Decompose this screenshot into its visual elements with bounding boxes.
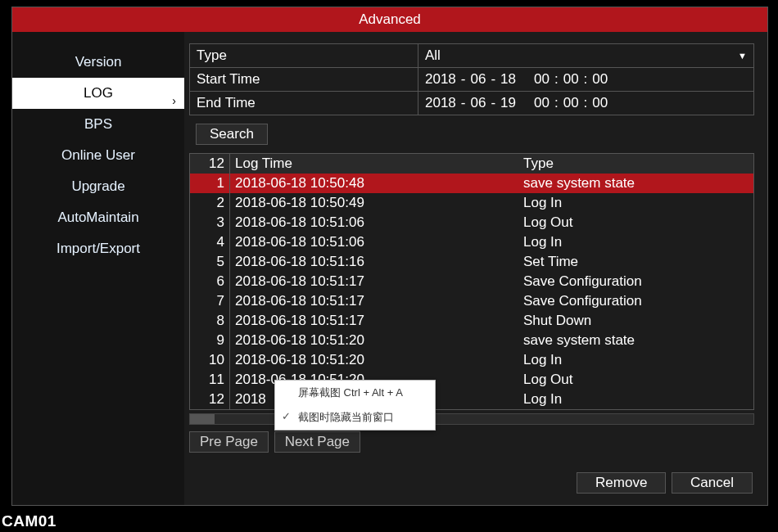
sidebar-item-version[interactable]: Version [12, 47, 184, 78]
log-row-index: 8 [190, 311, 230, 331]
log-count-header: 12 [190, 154, 230, 174]
sidebar-item-label: Online User [61, 147, 135, 163]
sidebar-item-label: Upgrade [71, 178, 124, 194]
log-row[interactable]: 32018-06-18 10:51:06Log Out [190, 213, 753, 232]
log-row[interactable]: 62018-06-18 10:51:17Save Configuration [190, 272, 753, 291]
cancel-button[interactable]: Cancel [672, 472, 753, 494]
log-row[interactable]: 22018-06-18 10:50:49Log In [190, 193, 753, 213]
log-row-time: 2018-06-18 10:51:06 [230, 213, 519, 232]
dropdown-caret-icon: ▼ [738, 51, 747, 61]
sidebar-item-label: LOG [84, 85, 113, 101]
next-page-button[interactable]: Next Page [274, 431, 360, 453]
log-row-type: Shut Down [518, 311, 753, 331]
log-row-time: 2018-06-18 10:51:17 [230, 311, 519, 331]
sidebar-item-label: Version [75, 54, 122, 70]
log-row[interactable]: 92018-06-18 10:51:20save system state [190, 331, 753, 350]
log-row-index: 12 [190, 390, 230, 409]
log-row[interactable]: 102018-06-18 10:51:20Log In [190, 350, 753, 370]
search-button[interactable]: Search [196, 124, 268, 145]
log-type-header: Type [518, 154, 753, 174]
end-time-value[interactable]: 2018 - 06 - 19 00 : 00 : 00 [418, 92, 754, 115]
log-row[interactable]: 42018-06-18 10:51:06Log In [190, 232, 753, 252]
check-icon: ✓ [282, 410, 291, 422]
context-menu-popup[interactable]: 屏幕截图 Ctrl + Alt + A ✓ 截图时隐藏当前窗口 [274, 380, 436, 431]
sidebar-item-bps[interactable]: BPS [12, 109, 184, 140]
log-row-type: Log In [518, 232, 753, 252]
log-row-index: 10 [190, 350, 230, 370]
log-row-index: 6 [190, 272, 230, 291]
remove-button[interactable]: Remove [577, 472, 666, 494]
log-time-header: Log Time [230, 154, 519, 174]
log-table: 12 Log Time Type 12018-06-18 10:50:48sav… [190, 154, 753, 409]
log-row-index: 7 [190, 291, 230, 311]
popup-screenshot-shortcut[interactable]: 屏幕截图 Ctrl + Alt + A [275, 381, 435, 405]
log-row-index: 9 [190, 331, 230, 350]
window-title: Advanced [12, 7, 767, 32]
log-row-time: 2018-06-18 10:51:20 [230, 331, 519, 350]
log-row-type: save system state [518, 331, 753, 350]
type-select[interactable]: All ▼ [418, 44, 754, 68]
scrollbar-thumb[interactable] [190, 414, 215, 424]
footer-buttons: Remove Cancel [577, 472, 754, 494]
log-row-index: 3 [190, 213, 230, 232]
log-table-wrap: 12 Log Time Type 12018-06-18 10:50:48sav… [189, 153, 754, 410]
log-row-type: Set Time [518, 252, 753, 272]
log-row[interactable]: 72018-06-18 10:51:17Save Configuration [190, 291, 753, 311]
camera-label: CAM01 [2, 512, 57, 530]
log-row-time: 2018-06-18 10:51:06 [230, 232, 519, 252]
pagination: Pre Page Next Page [189, 431, 754, 453]
type-label: Type [190, 44, 418, 68]
log-row-index: 5 [190, 252, 230, 272]
sidebar-item-label: BPS [84, 116, 112, 132]
log-row-time: 2018-06-18 10:51:16 [230, 252, 519, 272]
log-row-type: Log In [518, 390, 753, 409]
log-row-type: Save Configuration [518, 291, 753, 311]
log-row-type: Log Out [518, 213, 753, 232]
advanced-window: Advanced VersionLOG›BPSOnline UserUpgrad… [11, 7, 768, 506]
popup-hide-window-option[interactable]: ✓ 截图时隐藏当前窗口 [275, 405, 435, 430]
log-row-time: 2018-06-18 10:50:49 [230, 193, 519, 213]
log-row-index: 4 [190, 232, 230, 252]
sidebar-item-label: Import/Export [57, 241, 140, 256]
log-row-index: 11 [190, 370, 230, 390]
sidebar-item-upgrade[interactable]: Upgrade [12, 171, 184, 202]
log-row[interactable]: 82018-06-18 10:51:17Shut Down [190, 311, 753, 331]
sidebar-item-online-user[interactable]: Online User [12, 140, 184, 171]
sidebar-item-automaintain[interactable]: AutoMaintain [12, 202, 184, 233]
filter-table: Type All ▼ Start Time 2018 - 0 [189, 43, 754, 115]
log-row-index: 2 [190, 193, 230, 213]
log-row-time: 2018-06-18 10:51:17 [230, 291, 519, 311]
type-value: All [425, 47, 441, 64]
log-row-type: Log Out [518, 370, 753, 390]
log-row-type: Log In [518, 193, 753, 213]
end-time-label: End Time [190, 92, 418, 115]
log-row-type: save system state [518, 174, 753, 193]
log-row-type: Save Configuration [518, 272, 753, 291]
sidebar-item-label: AutoMaintain [57, 210, 138, 225]
sidebar-item-log[interactable]: LOG› [12, 78, 184, 109]
log-row-time: 2018-06-18 10:51:17 [230, 272, 519, 291]
sidebar: VersionLOG›BPSOnline UserUpgradeAutoMain… [12, 32, 184, 505]
window-content: VersionLOG›BPSOnline UserUpgradeAutoMain… [12, 32, 767, 505]
log-header-row: 12 Log Time Type [190, 154, 753, 174]
pre-page-button[interactable]: Pre Page [189, 431, 269, 453]
log-row[interactable]: 52018-06-18 10:51:16Set Time [190, 252, 753, 272]
main-panel: Type All ▼ Start Time 2018 - 0 [184, 32, 767, 505]
log-row-time: 2018-06-18 10:50:48 [230, 174, 519, 193]
log-row[interactable]: 12018-06-18 10:50:48save system state [190, 174, 753, 193]
log-row-type: Log In [518, 350, 753, 370]
sidebar-item-import-export[interactable]: Import/Export [12, 233, 184, 264]
start-time-label: Start Time [190, 68, 418, 92]
log-row-time: 2018-06-18 10:51:20 [230, 350, 519, 370]
start-time-value[interactable]: 2018 - 06 - 18 00 : 00 : 00 [418, 68, 754, 92]
log-row-index: 1 [190, 174, 230, 193]
